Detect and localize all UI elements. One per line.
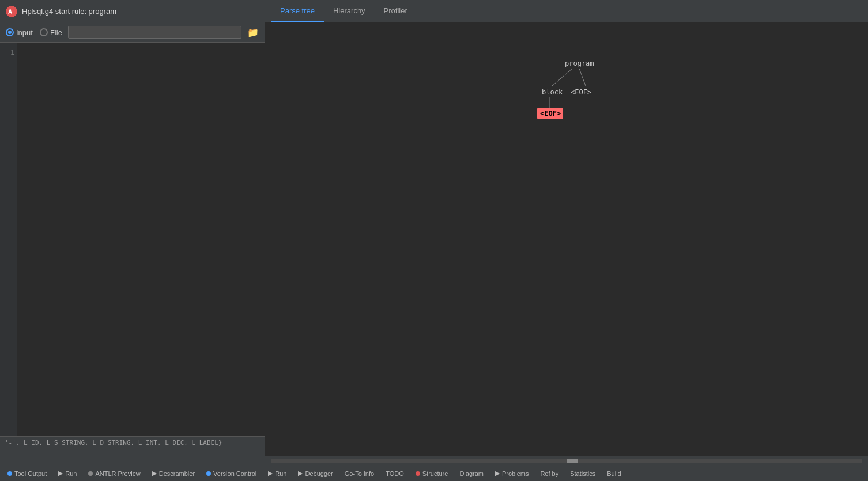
- tab-parse-tree[interactable]: Parse tree: [271, 0, 324, 22]
- line-numbers: 1: [0, 43, 17, 436]
- taskbar-goto-info[interactable]: Go-To Info: [340, 469, 379, 478]
- window-title: Hplsql.g4 start rule: program: [22, 7, 116, 16]
- editor-content[interactable]: [17, 43, 265, 436]
- tab-profiler[interactable]: Profiler: [375, 0, 417, 22]
- parse-tree-svg: program block <EOF> <EOF>: [265, 22, 868, 456]
- taskbar-statistics[interactable]: Statistics: [565, 469, 600, 478]
- taskbar-problems[interactable]: ▶ Problems: [490, 468, 533, 478]
- radio-input[interactable]: Input: [6, 28, 33, 37]
- radio-file-circle[interactable]: [40, 28, 48, 36]
- taskbar-dot-antlr: [88, 471, 93, 476]
- status-text: '-', L_ID, L_S_STRING, L_D_STRING, L_INT…: [5, 439, 222, 446]
- main-content: Input File 📁 1 '-', L_ID, L_S_STRING, L_…: [0, 22, 868, 465]
- scrollbar-track[interactable]: [271, 459, 862, 463]
- tab-hierarchy[interactable]: Hierarchy: [324, 0, 375, 22]
- taskbar-diagram[interactable]: Diagram: [455, 469, 488, 478]
- node-eof-highlighted: <EOF>: [540, 109, 561, 118]
- svg-text:A: A: [8, 9, 12, 15]
- bottom-scrollbar[interactable]: [265, 456, 868, 465]
- taskbar-dot-vc: [206, 471, 211, 476]
- left-panel: Input File 📁 1 '-', L_ID, L_S_STRING, L_…: [0, 22, 265, 465]
- taskbar: Tool Output ▶ Run ANTLR Preview ▶ Descra…: [0, 465, 868, 481]
- taskbar-antlr-preview[interactable]: ANTLR Preview: [84, 469, 145, 478]
- editor-area: 1: [0, 43, 265, 436]
- antlr-icon: A: [6, 6, 17, 17]
- file-path-input[interactable]: [68, 26, 241, 39]
- taskbar-descrambler[interactable]: ▶ Descrambler: [148, 468, 199, 478]
- status-bar-left: '-', L_ID, L_S_STRING, L_D_STRING, L_INT…: [0, 436, 265, 465]
- taskbar-debugger[interactable]: ▶ Debugger: [293, 468, 337, 478]
- taskbar-run2[interactable]: ▶ Run: [263, 468, 291, 478]
- node-block: block: [542, 88, 563, 96]
- tree-line-program-block: [552, 69, 572, 86]
- taskbar-dot-tool-output: [7, 471, 12, 476]
- title-bar-left: A Hplsql.g4 start rule: program: [0, 0, 265, 22]
- node-eof-top: <EOF>: [571, 88, 591, 96]
- right-panel: program block <EOF> <EOF>: [265, 22, 868, 465]
- taskbar-tool-output[interactable]: Tool Output: [3, 469, 51, 478]
- taskbar-run[interactable]: ▶ Run: [54, 468, 81, 478]
- taskbar-structure[interactable]: Structure: [411, 469, 453, 478]
- radio-file[interactable]: File: [40, 28, 62, 37]
- taskbar-refby[interactable]: Ref by: [535, 469, 563, 478]
- node-program: program: [565, 59, 594, 67]
- tree-line-program-eof: [579, 69, 586, 86]
- title-bar: A Hplsql.g4 start rule: program Parse tr…: [0, 0, 868, 22]
- radio-file-label: File: [50, 28, 62, 37]
- radio-group: Input File: [6, 28, 62, 37]
- taskbar-build[interactable]: Build: [602, 469, 625, 478]
- radio-input-circle[interactable]: [6, 28, 14, 36]
- scrollbar-thumb[interactable]: [567, 459, 578, 463]
- parse-tree-area: program block <EOF> <EOF>: [265, 22, 868, 456]
- line-number-1: 1: [2, 47, 14, 58]
- taskbar-todo[interactable]: TODO: [381, 469, 409, 478]
- radio-input-label: Input: [16, 28, 33, 37]
- input-bar: Input File 📁: [0, 22, 265, 43]
- taskbar-version-control[interactable]: Version Control: [202, 469, 261, 478]
- folder-icon[interactable]: 📁: [247, 26, 259, 38]
- taskbar-dot-structure: [416, 471, 420, 476]
- tabs-bar: Parse tree Hierarchy Profiler: [265, 0, 868, 22]
